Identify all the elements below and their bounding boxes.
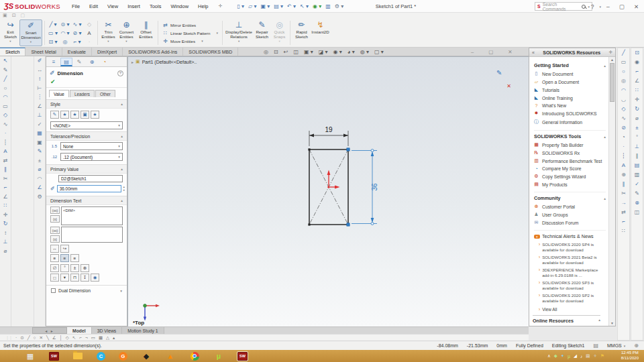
instant2d-button[interactable]: ↯ Instant2D xyxy=(311,19,330,46)
centerline-icon[interactable]: ┆ xyxy=(622,154,625,159)
panel-help-icon[interactable]: ? xyxy=(117,70,123,76)
pattern-icon[interactable]: ∷ xyxy=(622,229,625,234)
sketch-icon[interactable]: ✎ xyxy=(3,68,8,73)
rapid-sketch-button[interactable]: ✏ Rapid Sketch xyxy=(292,19,311,46)
arc-icon[interactable]: ◠ xyxy=(3,95,8,100)
sketch-text-icon[interactable]: A xyxy=(87,30,91,36)
mirror-entities-icon[interactable]: ⇄ xyxy=(621,210,626,215)
angle-icon[interactable]: ∠ xyxy=(635,78,639,84)
tray-volume-icon[interactable]: ♪ xyxy=(580,354,582,359)
whats-new[interactable]: ? What's New xyxy=(533,102,607,109)
open-icon[interactable]: ▱ ▾ xyxy=(248,3,256,9)
polygon-icon[interactable]: ◇ xyxy=(3,113,7,118)
angle-dimension-icon[interactable]: ∠ xyxy=(37,104,42,109)
panel-tab[interactable]: Other xyxy=(95,90,115,97)
selected-vertex-handle[interactable] xyxy=(347,148,350,151)
counterbore-symbol-button[interactable]: ⊓ xyxy=(70,274,79,282)
view-settings-icon[interactable]: ▢ ▾ xyxy=(374,49,384,55)
tolerance-type-dropdown[interactable]: None ▾ xyxy=(60,142,123,150)
taskbar-solidworks-active[interactable]: SW xyxy=(237,352,248,361)
taskbar-clock[interactable]: 12:45 PM 8/11/2020 xyxy=(621,351,640,361)
chamfer-icon[interactable]: ∠ xyxy=(3,194,7,200)
taskbar-gom-player[interactable]: G xyxy=(119,352,127,361)
help-button[interactable]: ? xyxy=(587,3,598,10)
trim-entities-button[interactable]: ✂ Trim Entities ▾ xyxy=(100,19,117,46)
value-spinner[interactable]: ▴▾ xyxy=(123,186,125,192)
edit-icon[interactable]: ✎ xyxy=(635,191,639,196)
perimeter-circle-icon[interactable]: ◎ xyxy=(621,78,626,84)
filter-more-icon[interactable]: ▴ xyxy=(113,335,115,341)
point-icon[interactable]: · xyxy=(5,131,7,136)
rectangle-icon[interactable]: ▭ xyxy=(3,104,8,109)
discussion-forum[interactable]: ✉ Discussion Forum xyxy=(533,219,607,227)
zoom-area-icon[interactable]: ⊡ xyxy=(274,49,278,55)
save-icon[interactable]: ▣ ▾ xyxy=(260,3,270,9)
vertical-dimension-icon[interactable]: ↕ xyxy=(38,76,41,82)
fillet-icon[interactable]: ⌐ xyxy=(4,185,7,190)
my-products[interactable]: ▤ My Products xyxy=(533,180,607,188)
filter-planes-icon[interactable]: ◇ xyxy=(66,335,69,341)
select-icon[interactable]: ↖ xyxy=(3,58,8,64)
ribbon-tab[interactable]: Sheet Metal xyxy=(25,48,62,56)
task-pane-scrollbar[interactable]: ▲ ▼ xyxy=(608,57,615,326)
collapse-pane-icon[interactable]: « xyxy=(532,50,535,55)
relations-icon[interactable]: ⊥ xyxy=(3,239,8,245)
edit-appearance-icon[interactable]: ◕ ▾ xyxy=(347,49,355,55)
depth-symbol-button[interactable]: ↧ xyxy=(80,274,89,282)
scrollbar-thumb[interactable] xyxy=(610,63,614,102)
offset-entities-icon[interactable]: ∥ xyxy=(623,182,625,187)
ok-check-icon[interactable]: ✔ xyxy=(50,78,56,85)
rotate-icon[interactable]: ↻ xyxy=(635,107,639,112)
sketch-canvas[interactable]: 19 36 xyxy=(128,57,529,327)
numeric-input-icon[interactable]: ± xyxy=(38,158,41,164)
chamfer-dimension-icon[interactable]: ∠ xyxy=(37,185,42,190)
height-dimension[interactable]: 36 xyxy=(352,149,378,225)
spline-icon[interactable]: ∿ xyxy=(3,122,8,127)
stretch-icon[interactable]: ↕ xyxy=(4,231,7,236)
move-icon[interactable]: ✛ xyxy=(635,97,639,103)
graphics-area[interactable]: ▸ ▣ Part1 (Default<<Default>.. ✎ ✕ xyxy=(127,56,529,326)
technical-alerts-header[interactable]: ◗ Technical Alerts & News xyxy=(534,230,606,239)
ribbon-tab[interactable]: Sketch xyxy=(0,48,25,56)
document-restore-icon[interactable]: ▢ xyxy=(488,49,493,55)
general-information[interactable]: ⓘ General Information xyxy=(533,117,607,127)
circle-icon[interactable]: ○ xyxy=(622,69,625,74)
exit-sketch-button[interactable]: ↪ Exit Sketch ▾ xyxy=(1,19,19,46)
sketch-picture-icon[interactable]: ▣ xyxy=(37,140,42,145)
erase-icon[interactable]: ⊗ xyxy=(635,200,639,206)
load-style-button[interactable]: ★ xyxy=(91,111,99,119)
rotate-icon[interactable]: ↻ xyxy=(3,221,8,227)
performance-benchmark-test[interactable]: ▥ Performance Benchmark Test xyxy=(533,157,607,165)
more-symbols-button[interactable]: ▾ xyxy=(60,274,69,282)
diameter-icon[interactable]: ⌀ xyxy=(635,116,639,121)
news-item[interactable]: › SOLIDWORKS 2021 Beta2 is available for… xyxy=(533,253,607,266)
taskbar-calculator[interactable]: ▦ xyxy=(25,351,36,361)
width-dimension[interactable]: 19 xyxy=(309,126,348,146)
polygon-icon[interactable]: ◇ xyxy=(87,21,91,27)
arc-icon[interactable]: ◠ ▾ xyxy=(60,30,69,36)
spline-icon[interactable]: ∿ xyxy=(621,116,626,121)
filter-edges-icon[interactable]: ╱ xyxy=(28,335,30,341)
circle-icon[interactable]: ○ xyxy=(4,86,7,91)
line-icon[interactable]: ╱ xyxy=(4,76,7,82)
clear-filters-icon[interactable]: ✕ xyxy=(39,335,42,341)
linear-sketch-pattern-button[interactable]: ∷ Linear Sketch Pattern ▾ xyxy=(160,29,220,37)
tutorials[interactable]: ◣ Tutorials xyxy=(533,86,607,94)
symbol-library-button[interactable]: ◉ xyxy=(91,274,99,282)
tab-scroll-buttons[interactable]: ◂ ▸ xyxy=(32,327,67,334)
document-tab[interactable]: Motion Study 1 xyxy=(122,327,164,334)
radius-dimension-icon[interactable]: ◠ xyxy=(38,176,42,182)
filter-triangle-icon[interactable]: △ xyxy=(106,335,109,341)
dimension-text-box-2[interactable] xyxy=(61,227,123,243)
add-parenthesis-button[interactable]: (xx) xyxy=(50,206,60,214)
justify-right-button[interactable]: ≡ xyxy=(70,254,79,262)
exit-sketch-corner-icon[interactable]: ✎ xyxy=(496,69,502,76)
text-leader-button[interactable]: ↪ xyxy=(60,245,69,253)
taskbar-solidworks-2016[interactable]: SW xyxy=(49,352,59,361)
image-capture-icon[interactable]: ▢ xyxy=(21,13,25,18)
news-item[interactable]: › 3DEXPERIENCE Marketplace add-in 6.29.0… xyxy=(533,266,607,279)
text-position-button[interactable]: ↔ xyxy=(50,245,59,253)
taskbar-chrome[interactable] xyxy=(189,351,200,361)
tangent-arc-icon[interactable]: ◡ xyxy=(621,97,626,103)
tray-flag-icon[interactable]: ⚑ xyxy=(600,353,604,359)
